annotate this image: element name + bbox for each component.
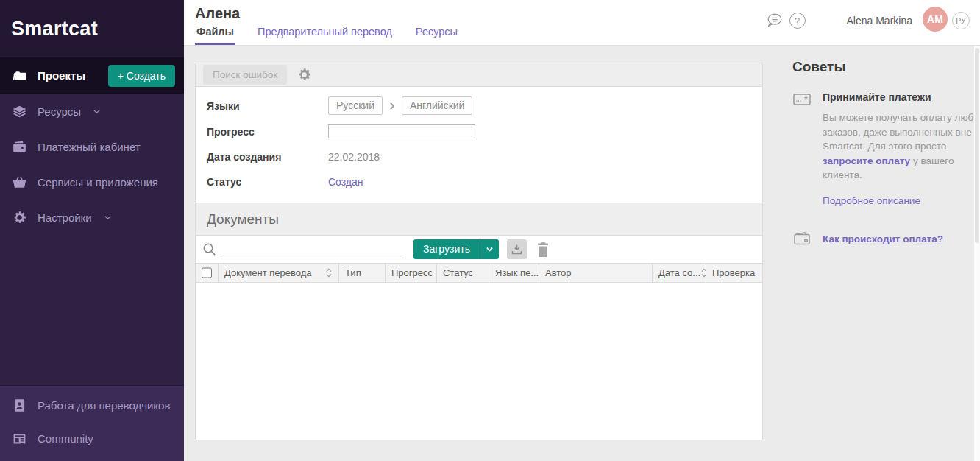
sidebar-item-translator-jobs[interactable]: Работа для переводчиков: [0, 389, 184, 422]
tips-title: Советы: [792, 59, 959, 75]
status-value[interactable]: Создан: [328, 176, 363, 188]
progress-row: Прогресс: [207, 123, 751, 140]
languages-label: Языки: [207, 100, 328, 112]
column-header-author[interactable]: Автор: [539, 264, 652, 282]
column-header-review[interactable]: Проверка: [706, 264, 762, 282]
sidebar-bottom-section: Работа для переводчиков Community: [0, 385, 184, 461]
progress-bar[interactable]: [328, 124, 475, 138]
sidebar-item-resources[interactable]: Ресурсы: [0, 94, 184, 129]
folder-icon: [12, 68, 27, 83]
vertical-scrollbar[interactable]: [974, 46, 980, 461]
credit-card-icon: [792, 90, 812, 109]
column-header-language[interactable]: Язык пе...: [489, 264, 539, 282]
sidebar-item-projects[interactable]: Проекты + Создать: [0, 57, 184, 94]
sidebar-item-label: Платёжный кабинет: [38, 141, 141, 153]
upload-button[interactable]: Загрузить: [413, 239, 480, 259]
documents-section-header: Документы: [196, 203, 762, 236]
details-link[interactable]: Подробное описание: [823, 195, 920, 206]
tip-how-payment-works: Как происходит оплата?: [792, 230, 959, 248]
tab-bar: Файлы Предварительный перевод Ресурсы: [195, 26, 459, 45]
chevron-down-icon: [486, 245, 494, 253]
column-header-created[interactable]: Дата со...: [652, 264, 706, 282]
upload-dropdown-toggle[interactable]: [480, 239, 499, 259]
sort-icon: [700, 268, 706, 278]
tip-body: Вы можете получать оплату любых заказов,…: [823, 110, 980, 183]
sidebar-item-label: Сервисы и приложения: [38, 176, 158, 189]
sidebar-item-settings[interactable]: Настройки: [0, 200, 184, 235]
documents-table-body: [196, 283, 762, 461]
help-icon[interactable]: ?: [789, 13, 806, 29]
user-name[interactable]: Alena Markina: [847, 15, 913, 27]
select-all-checkbox[interactable]: [202, 267, 212, 278]
tip-heading: Принимайте платежи: [823, 91, 980, 103]
progress-label: Прогресс: [207, 126, 328, 138]
smartcat-logo[interactable]: Smartcat: [11, 18, 98, 41]
sidebar-item-payment[interactable]: Платёжный кабинет: [0, 129, 184, 164]
chevron-down-icon: [93, 108, 101, 116]
scrollbar-thumb[interactable]: [975, 48, 979, 243]
created-date-row: Дата создания 22.02.2018: [207, 148, 751, 165]
sidebar-item-label: Проекты: [38, 69, 85, 82]
search-errors-button[interactable]: Поиск ошибок: [203, 65, 287, 85]
sidebar-item-community[interactable]: Community: [0, 422, 184, 455]
layers-icon: [12, 104, 27, 119]
download-button[interactable]: [507, 239, 527, 259]
trash-icon[interactable]: [535, 241, 551, 258]
select-all-cell: [196, 264, 218, 282]
logo-area: Smartcat: [0, 0, 184, 57]
status-label: Статус: [207, 176, 328, 188]
request-payment-link[interactable]: запросите оплату: [823, 155, 910, 166]
sort-icon: [325, 268, 333, 278]
newspaper-icon: [12, 431, 27, 446]
created-date-label: Дата создания: [207, 151, 328, 163]
sidebar: Smartcat Проекты + Создать Ресурсы Платё…: [0, 0, 184, 461]
documents-search-row: Загрузить: [196, 236, 762, 263]
main-area: Алена Файлы Предварительный перевод Ресу…: [184, 0, 980, 461]
documents-title: Документы: [207, 211, 279, 228]
column-header-document[interactable]: Документ перевода: [218, 264, 338, 282]
source-language-tag[interactable]: Русский: [328, 96, 383, 115]
languages-row: Языки Русский Английский: [207, 96, 751, 115]
sidebar-item-services[interactable]: Сервисы и приложения: [0, 164, 184, 200]
tips-panel: Советы Принимайте платежи Вы можете полу…: [775, 46, 974, 461]
create-project-button[interactable]: + Создать: [108, 65, 175, 87]
tip-accept-payments: Принимайте платежи Вы можете получать оп…: [792, 91, 959, 207]
search-icon: [202, 242, 216, 256]
created-date-value: 22.02.2018: [328, 151, 380, 163]
chat-icon[interactable]: [766, 12, 784, 29]
status-row: Статус Создан: [207, 173, 751, 190]
tab-resources[interactable]: Ресурсы: [414, 26, 459, 45]
project-toolbar: Поиск ошибок: [196, 63, 762, 87]
page-title: Алена: [195, 5, 240, 22]
id-badge-icon: [12, 398, 27, 413]
wallet-icon: [12, 139, 27, 155]
how-payment-works-link[interactable]: Как происходит оплата?: [823, 230, 943, 244]
chevron-down-icon: [104, 214, 112, 222]
tab-pretranslation[interactable]: Предварительный перевод: [256, 26, 394, 45]
chevron-right-icon: [388, 102, 397, 110]
documents-table-header: Документ перевода Тип Прогресс Статус Яз…: [196, 263, 762, 283]
column-header-progress[interactable]: Прогресс: [385, 264, 436, 282]
sidebar-item-label: Ресурсы: [38, 105, 81, 118]
column-header-type[interactable]: Тип: [338, 264, 385, 282]
sidebar-item-label: Настройки: [38, 211, 92, 224]
page-header: Алена Файлы Предварительный перевод Ресу…: [184, 0, 980, 46]
sidebar-item-label: Работа для переводчиков: [38, 399, 170, 412]
settings-gear-icon[interactable]: [297, 67, 312, 82]
header-actions: ? Alena Markina AM РУ: [766, 10, 970, 32]
tab-files[interactable]: Файлы: [195, 26, 235, 45]
target-language-tag[interactable]: Английский: [402, 96, 472, 115]
gear-icon: [12, 210, 27, 225]
project-panel: Поиск ошибок Языки Русский Английский Пр…: [195, 63, 763, 440]
sidebar-item-label: Community: [38, 432, 93, 445]
language-badge[interactable]: РУ: [952, 12, 970, 29]
project-info-form: Языки Русский Английский Прогресс Дата с…: [196, 87, 762, 203]
basket-icon: [12, 175, 27, 190]
column-header-status[interactable]: Статус: [436, 264, 489, 282]
tip-content: Принимайте платежи Вы можете получать оп…: [823, 91, 980, 207]
documents-search-input[interactable]: [221, 241, 404, 258]
upload-split-button: Загрузить: [413, 239, 499, 259]
download-icon: [511, 243, 523, 256]
avatar[interactable]: AM: [923, 7, 948, 32]
wallet-outline-icon: [792, 229, 812, 248]
